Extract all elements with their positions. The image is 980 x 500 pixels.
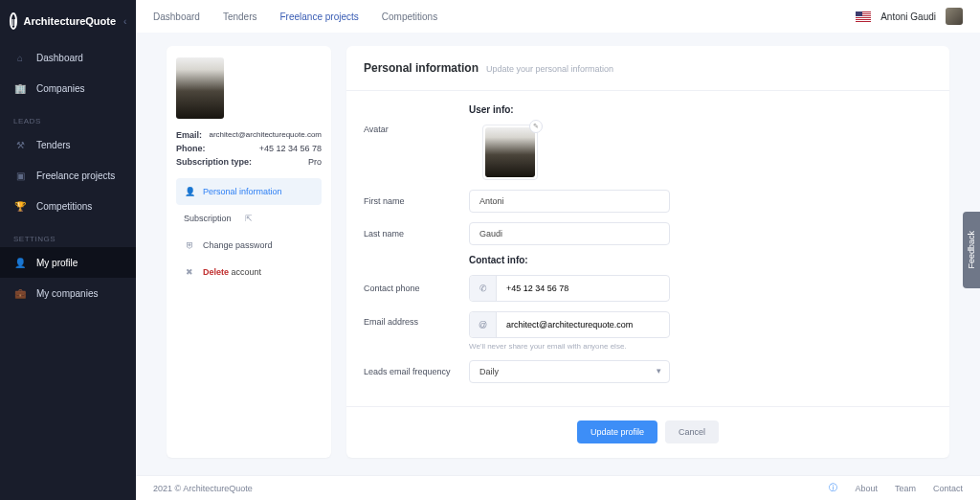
- sidebar-item-freelance[interactable]: ▣ Freelance projects: [0, 160, 136, 191]
- email-group: @: [469, 311, 670, 338]
- sidebar: || ArchitectureQuote ‹ ⌂ Dashboard 🏢 Com…: [0, 0, 136, 475]
- logo[interactable]: || ArchitectureQuote ‹: [0, 0, 136, 42]
- sidebar-item-my-profile[interactable]: 👤 My profile: [0, 247, 136, 278]
- shield-icon: ⛨: [184, 239, 195, 251]
- label-first-name: First name: [364, 196, 469, 206]
- topnav-freelance[interactable]: Freelance projects: [280, 11, 359, 22]
- menu-label: Delete account: [203, 267, 261, 277]
- home-icon: ⌂: [13, 51, 27, 64]
- top-nav: Dashboard Tenders Freelance projects Com…: [153, 11, 437, 22]
- phone-icon: ✆: [470, 276, 497, 301]
- menu-delete-account[interactable]: ✖ Delete account: [176, 259, 322, 285]
- x-circle-icon: ✖: [184, 266, 195, 278]
- kv-phone: Phone:+45 12 34 56 78: [176, 144, 322, 153]
- label-frequency: Leads email frequency: [364, 367, 469, 376]
- user-name: Antoni Gaudi: [880, 11, 936, 22]
- hammer-icon: ⚒: [13, 138, 27, 151]
- sidebar-item-label: My profile: [36, 258, 78, 268]
- sidebar-item-tenders[interactable]: ⚒ Tenders: [0, 129, 136, 160]
- top-user[interactable]: Antoni Gaudi: [856, 8, 963, 25]
- sidebar-item-label: Companies: [36, 83, 85, 94]
- flag-icon: [856, 11, 871, 22]
- avatar-image: [485, 127, 535, 177]
- external-link-icon: ⇱: [243, 213, 255, 224]
- email-input[interactable]: [497, 314, 669, 335]
- sidebar-item-label: Dashboard: [36, 53, 83, 63]
- sidebar-item-companies[interactable]: 🏢 Companies: [0, 73, 136, 103]
- sidebar-item-label: Competitions: [36, 201, 92, 212]
- first-name-input[interactable]: [469, 190, 670, 213]
- panel-body: User info: Avatar ✎ First name Last name…: [346, 91, 949, 406]
- kv-email: Email:architect@architecturequote.com: [176, 130, 322, 140]
- menu-label: Subscription: [184, 214, 232, 223]
- section-user-info: User info:: [469, 104, 932, 115]
- menu-subscription[interactable]: Subscription ⇱: [176, 205, 322, 232]
- label-email: Email address: [364, 311, 469, 327]
- sidebar-item-competitions[interactable]: 🏆 Competitions: [0, 191, 136, 221]
- sidebar-item-my-companies[interactable]: 💼 My companies: [0, 278, 136, 308]
- email-helper: We'll never share your email with anyone…: [469, 342, 670, 351]
- label-last-name: Last name: [364, 229, 469, 239]
- logo-icon: ||: [10, 12, 17, 30]
- main: Email:architect@architecturequote.com Ph…: [136, 0, 980, 475]
- edit-avatar-button[interactable]: ✎: [529, 120, 543, 133]
- menu-label: Personal information: [203, 187, 282, 196]
- frequency-select[interactable]: Daily: [469, 360, 670, 383]
- section-contact-info: Contact info:: [469, 255, 932, 265]
- topnav-competitions[interactable]: Competitions: [382, 11, 437, 22]
- sidebar-item-label: Freelance projects: [36, 170, 115, 181]
- profile-image: [176, 57, 224, 119]
- sidebar-heading-leads: LEADS: [0, 103, 136, 129]
- menu-change-password[interactable]: ⛨ Change password: [176, 232, 322, 259]
- avatar: [946, 8, 963, 25]
- label-avatar: Avatar: [364, 125, 469, 134]
- logo-text: ArchitectureQuote: [23, 15, 116, 27]
- topnav-tenders[interactable]: Tenders: [223, 11, 257, 22]
- contact-phone-group: ✆: [469, 275, 670, 302]
- menu-label: Change password: [203, 240, 273, 250]
- sidebar-item-dashboard[interactable]: ⌂ Dashboard: [0, 42, 136, 73]
- at-icon: @: [470, 312, 497, 337]
- briefcase-icon: 💼: [13, 286, 27, 300]
- user-icon: 👤: [13, 256, 27, 269]
- panel-footer: Update profile Cancel: [346, 406, 949, 457]
- avatar-preview: ✎: [482, 125, 538, 180]
- sidebar-item-label: Tenders: [36, 140, 71, 150]
- sidebar-item-label: My companies: [36, 288, 98, 299]
- update-profile-button[interactable]: Update profile: [577, 420, 657, 443]
- feedback-tab[interactable]: Feedback: [963, 212, 980, 288]
- label-contact-phone: Contact phone: [364, 284, 469, 293]
- cancel-button[interactable]: Cancel: [665, 420, 719, 443]
- profile-menu: 👤 Personal information Subscription ⇱ ⛨ …: [176, 178, 322, 285]
- topnav-dashboard[interactable]: Dashboard: [153, 11, 200, 22]
- panel-subtitle: Update your personal information: [486, 64, 613, 74]
- building-icon: 🏢: [13, 81, 27, 95]
- user-icon: 👤: [184, 186, 195, 197]
- trophy-icon: 🏆: [13, 199, 27, 213]
- profile-card: Email:architect@architecturequote.com Ph…: [167, 46, 331, 458]
- kv-subscription: Subscription type:Pro: [176, 157, 322, 167]
- panel-head: Personal information Update your persona…: [346, 46, 949, 91]
- menu-personal-information[interactable]: 👤 Personal information: [176, 178, 322, 205]
- square-icon: ▣: [13, 169, 27, 182]
- chevron-left-icon: ‹: [123, 16, 126, 27]
- personal-info-panel: Personal information Update your persona…: [346, 46, 949, 458]
- last-name-input[interactable]: [469, 222, 670, 245]
- contact-phone-input[interactable]: [497, 278, 669, 299]
- topbar: Dashboard Tenders Freelance projects Com…: [136, 0, 980, 33]
- sidebar-heading-settings: SETTINGS: [0, 221, 136, 247]
- panel-title: Personal information: [364, 61, 479, 75]
